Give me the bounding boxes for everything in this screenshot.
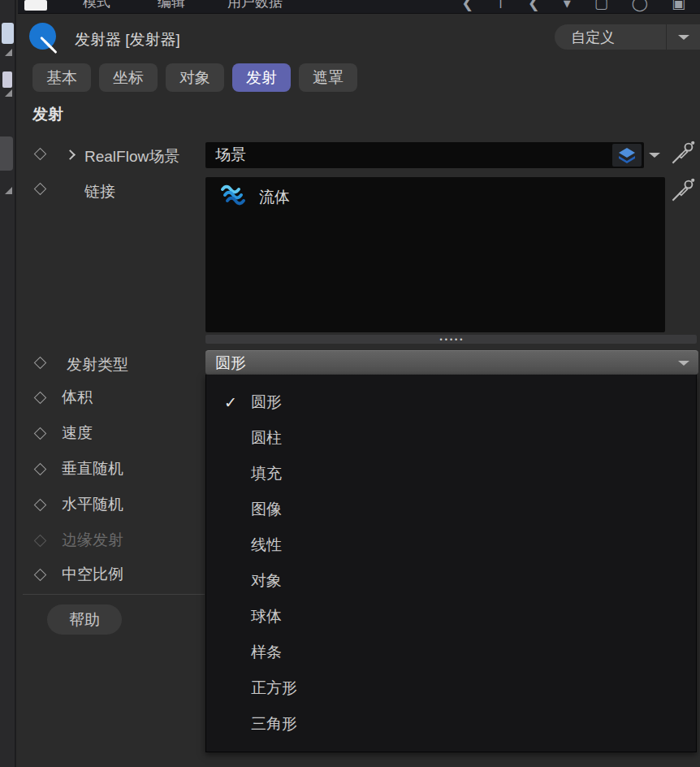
scene-field-value: 场景 bbox=[215, 142, 246, 168]
emission-type-label: 发射类型 bbox=[67, 354, 128, 375]
tab-bar: 基本 坐标 对象 发射 遮罩 bbox=[32, 63, 357, 92]
dropdown-option-square[interactable]: 正方形 bbox=[206, 670, 696, 706]
expand-chevron-icon[interactable] bbox=[65, 150, 76, 160]
checkmark-icon: ✓ bbox=[224, 393, 251, 412]
menubar-item-edit[interactable]: 编辑 bbox=[158, 0, 185, 11]
menubar-icons[interactable]: ❮ ⭡ ❮ ▾ ▢ ◯ ▣ bbox=[461, 0, 695, 12]
scene-dropdown-caret-icon[interactable] bbox=[649, 153, 660, 158]
dropdown-option-cylinder[interactable]: 圆柱 bbox=[206, 420, 696, 456]
keyframe-diamond-icon[interactable] bbox=[34, 427, 47, 440]
emitter-object-icon bbox=[29, 23, 62, 57]
section-title: 发射 bbox=[32, 104, 63, 125]
keyframe-diamond-icon[interactable] bbox=[34, 183, 47, 196]
scene-link-field[interactable]: 场景 bbox=[205, 142, 644, 168]
keyframe-diamond-icon[interactable] bbox=[34, 498, 47, 511]
tab-emission[interactable]: 发射 bbox=[232, 63, 291, 92]
dropdown-option-object[interactable]: 对象 bbox=[206, 563, 696, 599]
keyframe-diamond-icon bbox=[34, 534, 47, 547]
dropdown-option-linear[interactable]: 线性 bbox=[206, 527, 696, 563]
dropdown-option-image[interactable]: 图像 bbox=[206, 492, 696, 527]
clipped-tool-icon[interactable] bbox=[2, 72, 12, 88]
dropdown-option-circle[interactable]: ✓圆形 bbox=[206, 384, 696, 420]
tab-coordinates[interactable]: 坐标 bbox=[99, 63, 158, 92]
preset-dropdown-value: 自定义 bbox=[555, 28, 666, 47]
dropdown-option-spline[interactable]: 样条 bbox=[206, 635, 696, 670]
eyedropper-icon[interactable] bbox=[668, 139, 697, 168]
corner-triangle-icon bbox=[5, 187, 12, 194]
keyframe-diamond-icon[interactable] bbox=[34, 462, 47, 475]
dropdown-option-sphere[interactable]: 球体 bbox=[206, 599, 696, 635]
tab-basic[interactable]: 基本 bbox=[32, 63, 91, 92]
param-horizontal-random: 水平随机 bbox=[32, 487, 123, 522]
keyframe-diamond-icon[interactable] bbox=[34, 568, 47, 581]
keyframe-diamond-icon[interactable] bbox=[34, 391, 47, 404]
link-list-box[interactable]: 流体 bbox=[205, 177, 665, 332]
drag-dots-icon: ••••• bbox=[438, 336, 465, 344]
scene-object-icon[interactable] bbox=[612, 144, 642, 167]
attribute-manager-panel: 模式 编辑 用户数据 ❮ ⭡ ❮ ▾ ▢ ◯ ▣ 发射器 [发射器] 自定义 基… bbox=[0, 0, 700, 767]
link-item-label[interactable]: 流体 bbox=[259, 187, 290, 208]
top-menubar: 模式 编辑 用户数据 ❮ ⭡ ❮ ▾ ▢ ◯ ▣ bbox=[18, 0, 700, 14]
object-title: 发射器 [发射器] bbox=[75, 29, 180, 50]
param-volume: 体积 bbox=[32, 379, 93, 415]
keyframe-diamond-icon[interactable] bbox=[34, 357, 47, 370]
fluid-wave-icon bbox=[218, 184, 252, 208]
panel-resize-handle[interactable]: ••••• bbox=[205, 335, 697, 344]
emission-type-dropdown-menu: ✓圆形 圆柱 填充 图像 线性 对象 球体 样条 正方形 三角形 bbox=[205, 375, 697, 752]
tab-object[interactable]: 对象 bbox=[166, 63, 224, 92]
tab-mask[interactable]: 遮罩 bbox=[299, 63, 357, 92]
param-hollow-ratio: 中空比例 bbox=[32, 557, 123, 592]
param-edge-emission: 边缘发射 bbox=[32, 522, 123, 558]
eyedropper-icon[interactable] bbox=[668, 176, 697, 206]
hamburger-menu-icon[interactable] bbox=[24, 0, 47, 11]
menubar-item-userdata[interactable]: 用户数据 bbox=[227, 0, 283, 11]
keyframe-diamond-icon[interactable] bbox=[34, 148, 47, 161]
param-vertical-random: 垂直随机 bbox=[32, 451, 123, 487]
preset-dropdown[interactable]: 自定义 bbox=[555, 24, 700, 50]
emission-type-value: 圆形 bbox=[215, 351, 246, 375]
corner-triangle-icon bbox=[5, 49, 12, 56]
help-button[interactable]: 帮助 bbox=[47, 604, 122, 635]
dropdown-option-fill[interactable]: 填充 bbox=[206, 456, 696, 492]
divider bbox=[23, 594, 205, 595]
menubar-item-mode[interactable]: 模式 bbox=[83, 0, 110, 11]
emission-type-select[interactable]: 圆形 bbox=[205, 350, 698, 375]
left-toolbar-strip bbox=[0, 0, 16, 767]
dropdown-option-triangle[interactable]: 三角形 bbox=[206, 706, 696, 742]
link-row-label: 链接 bbox=[84, 181, 115, 202]
corner-triangle-icon bbox=[5, 89, 12, 97]
chevron-down-icon bbox=[678, 361, 689, 366]
clipped-tool-icon[interactable] bbox=[0, 136, 13, 171]
chevron-down-icon bbox=[678, 35, 689, 40]
param-speed: 速度 bbox=[32, 415, 93, 451]
scene-row-label: RealFlow场景 bbox=[84, 146, 179, 167]
clipped-tool-icon[interactable] bbox=[2, 23, 14, 44]
